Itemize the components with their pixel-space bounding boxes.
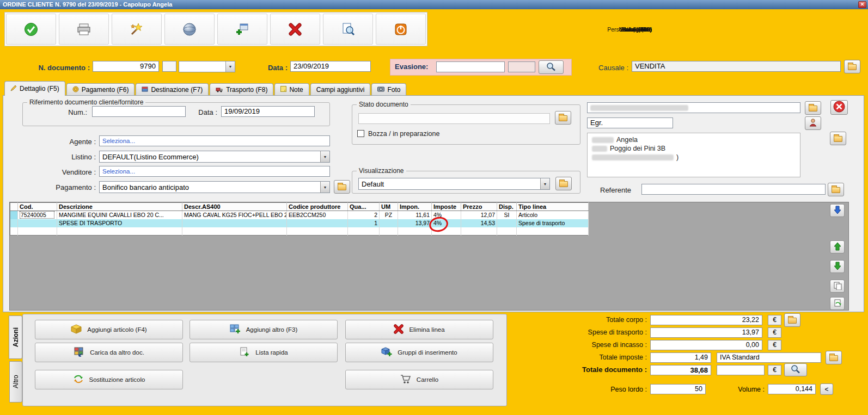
evasione-field[interactable] [436, 61, 505, 72]
rif-data-field[interactable]: 19/09/2019 [221, 106, 315, 117]
close-icon[interactable]: ✕ [858, 1, 866, 8]
stato-lookup-button[interactable] [555, 111, 571, 125]
col-imponibile[interactable]: Impon. [398, 203, 432, 211]
referente-lookup-button[interactable] [828, 183, 844, 196]
peso-lordo-value[interactable]: 50 [650, 384, 706, 394]
n-documento-suffix-field[interactable] [162, 61, 176, 72]
col-imposte[interactable]: Imposte [432, 203, 461, 211]
aggiungi-articolo-button[interactable]: Aggiungi articolo (F4) [35, 320, 183, 339]
col-um[interactable]: UM [380, 203, 398, 211]
customer-lookup-button[interactable] [805, 101, 821, 115]
copy-row-button[interactable] [830, 280, 845, 293]
move-row-down-button[interactable] [830, 260, 845, 273]
listino-select[interactable]: DEFAULT(Listino Ecommerce) ▼ [99, 151, 330, 163]
col-descrizione[interactable]: Descrizione [57, 203, 182, 211]
spese-incasso-value[interactable]: 0,00 [650, 340, 762, 350]
stampa-button[interactable]: Stampa (F9) [59, 14, 109, 45]
grid-header-row: Cod. Descrizione Descr.AS400 Codice prod… [10, 203, 589, 211]
causale-field[interactable]: VENDITA [632, 61, 841, 72]
pagamento-lookup-button[interactable] [334, 180, 350, 194]
paste-row-button[interactable] [830, 297, 845, 310]
num-field[interactable] [92, 106, 186, 117]
venditore-field[interactable]: Seleziona... [99, 166, 330, 177]
agente-label: Agente : [25, 137, 96, 147]
tab-pagamento[interactable]: Pagamento (F6) [66, 83, 135, 96]
tab-dettaglio[interactable]: Dettaglio (F5) [4, 81, 65, 96]
chevron-down-icon[interactable]: ▼ [320, 182, 329, 193]
causale-lookup-button[interactable] [844, 60, 860, 73]
chevron-down-icon[interactable]: ▼ [540, 178, 549, 189]
elimina-button[interactable]: Elimina [270, 14, 320, 45]
row-selector[interactable] [10, 211, 18, 219]
vertical-tab-altro[interactable]: Altro [9, 361, 22, 402]
customer-remove-button[interactable] [830, 100, 848, 115]
iva-standard-field[interactable]: IVA Standard [717, 352, 821, 363]
pagamento-select[interactable]: Bonifico bancario anticipato ▼ [99, 181, 330, 193]
collapse-totals-button[interactable]: < [820, 383, 833, 395]
order-lines-grid[interactable]: Cod. Descrizione Descr.AS400 Codice prod… [10, 202, 589, 236]
aggiungi-altro-button[interactable]: Aggiungi altro (F3) [190, 320, 338, 339]
col-prezzo[interactable]: Prezzo [461, 203, 497, 211]
totale-corpo-value[interactable]: 23,22 [650, 315, 762, 325]
evasione-secondary-field[interactable] [508, 61, 535, 72]
tab-note[interactable]: Note [274, 83, 309, 96]
agente-value[interactable]: Seleziona... [102, 138, 135, 144]
col-disponibilita[interactable]: Disp. [497, 203, 517, 211]
data-field[interactable]: 23/09/2019 [290, 61, 371, 72]
col-quantita[interactable]: Qua... [348, 203, 380, 211]
customer-name-field[interactable] [587, 102, 800, 113]
col-tipo-linea[interactable]: Tipo linea [517, 203, 589, 211]
totale-corpo-lookup-button[interactable] [784, 313, 800, 327]
col-cod[interactable]: Cod. [18, 203, 57, 211]
chevron-down-icon[interactable]: ▼ [225, 61, 235, 72]
elimina-linea-button[interactable]: Elimina linea [345, 320, 493, 339]
tab-trasporto[interactable]: Trasporto (F8) [210, 83, 273, 96]
uscita-button[interactable]: Uscita (ESC) [376, 14, 426, 45]
vertical-tab-azioni[interactable]: Azioni [9, 315, 22, 359]
visualizzazione-select[interactable]: Default ▼ [358, 178, 550, 190]
chevron-down-icon[interactable]: ▼ [320, 151, 329, 162]
spese-trasporto-value[interactable]: 13,97 [650, 327, 762, 338]
stato-documento-field[interactable] [358, 113, 550, 124]
totale-imposte-value[interactable]: 1,49 [650, 352, 711, 363]
referente-field[interactable] [641, 184, 826, 195]
tab-campi-aggiuntivi[interactable]: Campi aggiuntivi [310, 83, 371, 96]
move-bottom-button[interactable] [830, 204, 845, 217]
gruppi-di-inserimento-button[interactable]: Gruppi di inserimento [345, 343, 493, 362]
red-x-icon [394, 324, 404, 335]
carrello-button[interactable]: Carrello [345, 370, 493, 389]
table-row-empty[interactable] [10, 227, 589, 236]
table-row[interactable]: 75240005 MANGIME EQUINI CAVALLI EBO 20 C… [10, 211, 589, 219]
volume-value[interactable]: 0,144 [768, 384, 816, 394]
visual-button[interactable]: Visual. (F10) [112, 14, 162, 45]
visualizzazione-lookup-button[interactable] [555, 177, 572, 190]
totale-documento-detail-button[interactable] [784, 363, 807, 376]
customer-address-lookup-button[interactable] [830, 132, 846, 145]
move-row-up-button[interactable] [830, 240, 845, 253]
actions-panel: Aggiungi articolo (F4) Carica da altro d… [22, 314, 507, 406]
bozza-checkbox[interactable] [357, 130, 364, 137]
venditore-value[interactable]: Seleziona... [102, 168, 135, 175]
col-descr-as400[interactable]: Descr.AS400 [182, 203, 287, 211]
carica-da-altro-doc-button[interactable]: Carica da altro doc. [35, 343, 183, 362]
totale-documento-value[interactable]: 38,68 [650, 365, 711, 375]
personalizzazioni-button[interactable]: Personalizzazioni [217, 14, 267, 45]
tab-destinazione[interactable]: Destinazione (F7) [136, 83, 209, 96]
customer-contact-button[interactable] [805, 116, 821, 130]
salva-button[interactable]: Salva (F12) [6, 14, 56, 45]
n-documento-field[interactable]: 9790 [93, 61, 159, 72]
row-selector[interactable] [10, 219, 18, 227]
table-row[interactable]: SPESE DI TRASPORTO 1 13,97 4% 14,53 Spes… [10, 219, 589, 227]
iva-lookup-button[interactable] [826, 351, 842, 364]
evasione-search-button[interactable] [539, 60, 564, 74]
lista-rapida-button[interactable]: Lista rapida [190, 343, 338, 362]
tab-foto[interactable]: Foto [371, 83, 406, 96]
sostituzione-articolo-button[interactable]: Sostituzione articolo [35, 370, 183, 389]
col-codice-produttore[interactable]: Codice produttore [287, 203, 348, 211]
totale-imposte-label: Totale imposte : [538, 352, 647, 363]
n-documento-select[interactable]: ▼ [179, 61, 235, 72]
altro-button[interactable]: Altro [323, 14, 373, 45]
agente-field[interactable]: Seleziona... [99, 135, 330, 146]
customer-salutation-field[interactable]: Egr. [587, 117, 673, 128]
navigatore-button[interactable]: Navigatore [164, 14, 215, 45]
